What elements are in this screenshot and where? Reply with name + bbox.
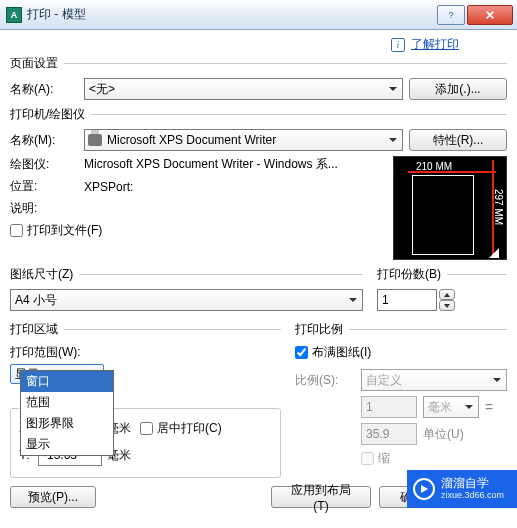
scale-ratio-label: 比例(S): xyxy=(295,372,355,389)
apply-layout-button[interactable]: 应用到布局(T) xyxy=(271,486,371,508)
fit-to-paper[interactable]: 布满图纸(I) xyxy=(295,345,371,359)
printer-icon xyxy=(88,134,102,146)
help-button[interactable]: ? xyxy=(437,5,465,25)
description-label: 说明: xyxy=(10,200,78,217)
location-value: XPSPort: xyxy=(84,180,133,194)
pageset-add-button[interactable]: 添加(.)... xyxy=(409,78,507,100)
preview-height: 297 MM xyxy=(493,189,504,225)
scale-lineweights: 缩 xyxy=(361,450,390,467)
svg-text:?: ? xyxy=(449,10,454,20)
pageset-name-select[interactable]: <无> xyxy=(84,78,403,100)
copies-input[interactable] xyxy=(377,289,437,311)
window-title: 打印 - 模型 xyxy=(27,6,437,23)
range-option-display[interactable]: 显示 xyxy=(21,434,113,455)
paper-preview: 210 MM 297 MM xyxy=(393,156,507,260)
copies-down[interactable] xyxy=(439,300,455,311)
scale-den-unit: 单位(U) xyxy=(423,426,464,443)
copies-up[interactable] xyxy=(439,289,455,300)
range-option-window[interactable]: 窗口 xyxy=(21,371,113,392)
close-button[interactable] xyxy=(467,5,513,25)
preview-button[interactable]: 预览(P)... xyxy=(10,486,96,508)
print-range-label: 打印范围(W): xyxy=(10,344,281,361)
fit-to-paper-checkbox[interactable] xyxy=(295,346,308,359)
paper-size-select[interactable]: A4 小号 xyxy=(10,289,363,311)
scale-ratio-select: 自定义 xyxy=(361,369,507,391)
titlebar: A 打印 - 模型 ? xyxy=(0,0,517,30)
play-icon xyxy=(413,478,435,500)
scale-unit-select: 毫米 xyxy=(423,396,479,418)
page-setup-group: 页面设置 xyxy=(10,55,64,72)
printer-name-select[interactable]: Microsoft XPS Document Writer xyxy=(84,129,403,151)
print-range-dropdown[interactable]: 窗口 范围 图形界限 显示 xyxy=(20,370,114,456)
watermark: 溜溜自学zixue.3d66.com xyxy=(407,470,517,508)
print-to-file-checkbox[interactable] xyxy=(10,224,23,237)
range-option-extents[interactable]: 范围 xyxy=(21,392,113,413)
center-print-checkbox[interactable] xyxy=(140,422,153,435)
location-label: 位置: xyxy=(10,178,78,195)
watermark-brand: 溜溜自学 xyxy=(441,477,504,490)
center-print[interactable]: 居中打印(C) xyxy=(140,420,222,437)
learn-print-link[interactable]: 了解打印 xyxy=(411,36,459,53)
print-area-group: 打印区域 xyxy=(10,321,64,338)
print-scale-group: 打印比例 xyxy=(295,321,349,338)
app-icon: A xyxy=(6,7,22,23)
plotter-value: Microsoft XPS Document Writer - Windows … xyxy=(84,156,338,173)
watermark-url: zixue.3d66.com xyxy=(441,491,504,501)
plotter-label: 绘图仪: xyxy=(10,156,78,173)
printer-group: 打印机/绘图仪 xyxy=(10,106,91,123)
range-option-limits[interactable]: 图形界限 xyxy=(21,413,113,434)
preview-width: 210 MM xyxy=(416,161,452,172)
scale-lineweights-checkbox xyxy=(361,452,374,465)
pageset-name-label: 名称(A): xyxy=(10,81,78,98)
printer-name-label: 名称(M): xyxy=(10,132,78,149)
print-to-file[interactable]: 打印到文件(F) xyxy=(10,222,102,239)
scale-den-input xyxy=(361,423,417,445)
scale-num-input xyxy=(361,396,417,418)
copies-group: 打印份数(B) xyxy=(377,266,447,283)
printer-properties-button[interactable]: 特性(R)... xyxy=(409,129,507,151)
info-icon: i xyxy=(391,38,405,52)
paper-size-group: 图纸尺寸(Z) xyxy=(10,266,79,283)
